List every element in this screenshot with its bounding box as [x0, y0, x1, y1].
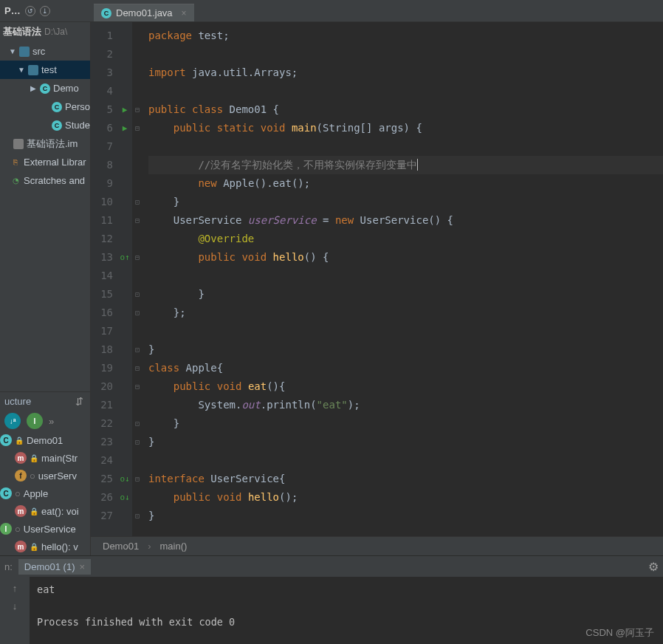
lock-icon: 🔒: [30, 543, 38, 551]
fold-toggle-icon: [132, 322, 142, 340]
code-line[interactable]: public void hello();: [148, 488, 663, 507]
tree-row[interactable]: CPerso: [0, 97, 90, 116]
fold-toggle-icon[interactable]: ⊟: [132, 248, 142, 267]
code-line[interactable]: [148, 451, 663, 470]
structure-tree[interactable]: C🔒 Demo01m🔒 main(Strf○ userServC○ Applem…: [0, 431, 90, 555]
fold-toggle-icon[interactable]: ⊡: [132, 507, 142, 525]
code-line[interactable]: new Apple().eat();: [148, 174, 663, 193]
scratch-icon: ◔: [10, 176, 21, 186]
fold-toggle-icon[interactable]: ⊟: [132, 100, 142, 119]
fold-toggle-icon[interactable]: ⊡: [132, 340, 142, 359]
code-line[interactable]: System.out.println("eat");: [148, 396, 663, 414]
tree-row[interactable]: ▼test: [0, 61, 90, 79]
code-line[interactable]: };: [148, 304, 663, 322]
override-down-icon[interactable]: o↓: [120, 493, 129, 502]
code-line[interactable]: [148, 45, 663, 64]
breadcrumb[interactable]: 基础语法 D:\Ja\: [0, 22, 90, 41]
tree-arrow-icon[interactable]: ▶: [30, 84, 37, 92]
editor-tab-demo01[interactable]: C Demo01.java ×: [94, 4, 194, 21]
refresh-icon[interactable]: ↺: [25, 6, 35, 16]
code-line[interactable]: package test;: [148, 27, 663, 45]
structure-toolwindow: ucture ⇵ ↓ª I » C🔒 Demo01m🔒 main(Strf○ u…: [0, 391, 90, 555]
structure-label: eat(): voi: [41, 506, 79, 517]
collapse-icon[interactable]: ⤓: [40, 6, 50, 16]
fold-toggle-icon[interactable]: ⊟: [132, 359, 142, 377]
code-line[interactable]: public class Demo01 {: [148, 100, 663, 119]
tree-row[interactable]: ◔Scratches and: [0, 171, 90, 190]
scroll-up-icon[interactable]: ↑: [8, 581, 21, 595]
tree-label: Perso: [65, 101, 90, 112]
project-tree[interactable]: ▼src▼test▶CDemoCPersoCStude基础语法.im⎘Exter…: [0, 41, 90, 391]
fold-toggle-icon[interactable]: ⊡: [132, 285, 142, 304]
structure-inherited-button[interactable]: I: [27, 413, 43, 429]
fold-toggle-icon[interactable]: ⊡: [132, 193, 142, 211]
fold-gutter[interactable]: ⊟⊟⊡⊟⊟⊡⊡⊡⊟⊟⊡⊡⊟⊡: [132, 22, 142, 536]
structure-row[interactable]: m🔒 eat(): voi: [0, 502, 90, 520]
close-run-tab-icon[interactable]: ×: [79, 561, 85, 572]
code-line[interactable]: }: [148, 193, 663, 211]
structure-row[interactable]: I○ UserService: [0, 520, 90, 538]
nav-toolbar: P… ↺ ⤓: [0, 0, 91, 21]
structure-settings-icon[interactable]: ⇵: [72, 395, 86, 408]
symbol-icon: f: [15, 470, 27, 482]
close-tab-icon[interactable]: ×: [182, 8, 187, 18]
code-line[interactable]: }: [148, 340, 663, 359]
fold-toggle-icon[interactable]: ⊡: [132, 414, 142, 433]
structure-row[interactable]: f○ userServ: [0, 467, 90, 484]
code-line[interactable]: }: [148, 507, 663, 525]
code-line[interactable]: @Override: [148, 230, 663, 248]
lock-icon: 🔒: [30, 507, 38, 515]
fold-toggle-icon[interactable]: ⊟: [132, 211, 142, 230]
override-up-icon[interactable]: o↑: [120, 253, 129, 262]
code-body[interactable]: package test;import java.util.Arrays;pub…: [142, 22, 663, 536]
tree-row[interactable]: ▶CDemo: [0, 79, 90, 97]
fold-toggle-icon[interactable]: ⊟: [132, 377, 142, 396]
code-line[interactable]: [148, 322, 663, 340]
tree-arrow-icon[interactable]: ▼: [9, 47, 16, 55]
code-line[interactable]: public void hello() {: [148, 248, 663, 267]
structure-sort-button[interactable]: ↓ª: [4, 413, 21, 429]
tree-row[interactable]: CStude: [0, 116, 90, 134]
code-line[interactable]: public static void main(String[] args) {: [148, 119, 663, 137]
code-line[interactable]: }: [148, 285, 663, 304]
tree-arrow-icon[interactable]: ▼: [18, 66, 25, 74]
gear-icon[interactable]: ⚙: [648, 560, 659, 574]
code-line[interactable]: [148, 267, 663, 285]
structure-more-icon[interactable]: »: [49, 416, 54, 427]
structure-row[interactable]: C○ Apple: [0, 484, 90, 502]
line-number-gutter[interactable]: 1234567891011121314151617181920212223242…: [91, 22, 117, 536]
code-line[interactable]: [148, 137, 663, 156]
fold-toggle-icon[interactable]: ⊟: [132, 119, 142, 137]
project-tool-label[interactable]: P…: [4, 5, 21, 16]
code-line[interactable]: interface UserService{: [148, 470, 663, 488]
structure-label: main(Str: [41, 453, 78, 464]
override-down-icon[interactable]: o↓: [120, 474, 129, 484]
fold-toggle-icon[interactable]: ⊡: [132, 304, 142, 322]
scroll-down-icon[interactable]: ↓: [8, 599, 21, 612]
code-line[interactable]: UserService userService = new UserServic…: [148, 211, 663, 230]
fold-toggle-icon: [132, 137, 142, 156]
fold-toggle-icon: [132, 64, 142, 82]
tree-row[interactable]: ▼src: [0, 42, 90, 61]
code-line[interactable]: class Apple{: [148, 359, 663, 377]
structure-row[interactable]: m🔒 main(Str: [0, 449, 90, 467]
code-line[interactable]: public void eat(){: [148, 377, 663, 396]
tree-row[interactable]: ⎘External Librar: [0, 153, 90, 171]
code-line[interactable]: }: [148, 414, 663, 433]
breadcrumb-path: D:\Ja\: [44, 27, 67, 37]
console-output[interactable]: eat Process finished with exit code 0: [30, 577, 663, 644]
code-line[interactable]: }: [148, 433, 663, 451]
fold-toggle-icon[interactable]: ⊡: [132, 433, 142, 451]
editor-breadcrumb[interactable]: Demo01 › main(): [91, 536, 663, 555]
tree-row[interactable]: 基础语法.im: [0, 134, 90, 153]
structure-row[interactable]: C🔒 Demo01: [0, 431, 90, 449]
code-line[interactable]: [148, 82, 663, 100]
code-line[interactable]: //没有名字初始化类，不用将实例保存到变量中: [148, 156, 663, 174]
code-line[interactable]: import java.util.Arrays;: [148, 64, 663, 82]
structure-row[interactable]: m🔒 hello(): v: [0, 538, 90, 555]
run-gutter-icon[interactable]: ▶: [123, 105, 128, 114]
gutter-icon-strip[interactable]: ▶▶o↑o↓o↓: [117, 22, 132, 536]
run-gutter-icon[interactable]: ▶: [123, 123, 128, 133]
fold-toggle-icon[interactable]: ⊟: [132, 470, 142, 488]
run-tab-demo01[interactable]: Demo01 (1) ×: [18, 559, 91, 575]
